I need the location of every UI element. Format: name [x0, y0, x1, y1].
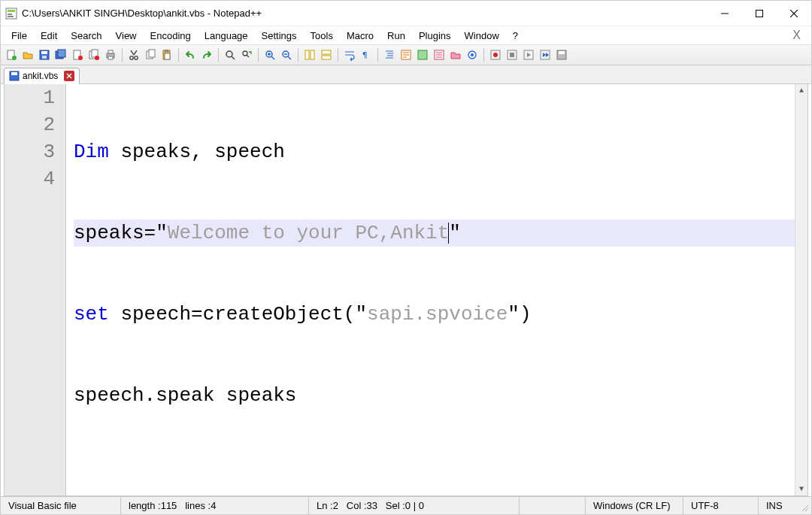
- toolbar-separator: [483, 48, 484, 62]
- save-button[interactable]: [37, 47, 52, 62]
- record-macro-button[interactable]: [488, 47, 503, 62]
- status-bar: Visual Basic file length : 115 lines : 4…: [1, 496, 811, 514]
- svg-rect-50: [11, 72, 17, 75]
- svg-rect-23: [149, 50, 155, 57]
- line-number: 1: [5, 84, 55, 111]
- editor-area: 1 2 3 4 Dim speaks, speech speaks="Welco…: [1, 84, 811, 496]
- status-cursor: Ln : 2 Col : 33 Sel : 0 | 0: [309, 497, 520, 514]
- line-number: 4: [5, 165, 55, 192]
- svg-rect-34: [322, 56, 331, 59]
- udl-button[interactable]: [398, 47, 414, 62]
- save-all-button[interactable]: [53, 47, 68, 62]
- status-language: Visual Basic file: [1, 497, 121, 514]
- menu-language[interactable]: Language: [198, 29, 254, 43]
- status-ins[interactable]: INS: [759, 497, 796, 514]
- menu-edit[interactable]: Edit: [35, 29, 63, 43]
- menu-settings[interactable]: Settings: [256, 29, 303, 43]
- cut-button[interactable]: [126, 47, 141, 62]
- stop-macro-button[interactable]: [504, 47, 520, 62]
- replace-button[interactable]: [239, 47, 254, 62]
- word-wrap-button[interactable]: [342, 47, 357, 62]
- close-file-button[interactable]: [70, 47, 85, 62]
- line-number: 3: [5, 138, 55, 165]
- sync-hscroll-button[interactable]: [319, 47, 334, 62]
- svg-rect-18: [108, 50, 113, 53]
- menu-run[interactable]: Run: [381, 29, 411, 43]
- code-line: set speech=createObject("sapi.spvoice"): [74, 301, 807, 328]
- svg-text:¶: ¶: [362, 50, 368, 60]
- menu-file[interactable]: File: [5, 29, 33, 43]
- close-all-button[interactable]: [86, 47, 102, 62]
- toolbar-separator: [218, 48, 219, 62]
- menu-encoding[interactable]: Encoding: [144, 29, 197, 43]
- status-encoding[interactable]: UTF-8: [683, 497, 759, 514]
- line-number-gutter: 1 2 3 4: [5, 84, 66, 495]
- title-bar: C:\Users\ANKIT SINGH\Desktop\ankit.vbs -…: [1, 1, 811, 26]
- tab-close-button[interactable]: [64, 71, 74, 81]
- play-multi-button[interactable]: [538, 47, 553, 62]
- find-button[interactable]: [223, 47, 238, 62]
- code-line-current: speaks="Welcome to your PC,Ankit": [74, 220, 807, 247]
- svg-point-6: [12, 56, 17, 60]
- toolbar-separator: [258, 48, 259, 62]
- svg-point-16: [95, 56, 99, 60]
- tab-strip: ankit.vbs: [1, 65, 811, 84]
- menu-macro[interactable]: Macro: [341, 29, 380, 43]
- scroll-track[interactable]: [795, 97, 807, 483]
- save-macro-button[interactable]: [554, 47, 569, 62]
- code-content[interactable]: Dim speaks, speech speaks="Welcome to yo…: [66, 84, 807, 495]
- undo-button[interactable]: [183, 47, 198, 62]
- zoom-out-button[interactable]: [279, 47, 294, 62]
- scroll-up-button[interactable]: ▲: [795, 84, 807, 97]
- svg-rect-3: [8, 16, 14, 17]
- menu-view[interactable]: View: [110, 29, 143, 43]
- code-line: speech.speak speaks: [74, 382, 807, 409]
- svg-point-42: [493, 53, 498, 57]
- menu-search[interactable]: Search: [65, 29, 108, 43]
- svg-rect-8: [41, 51, 47, 54]
- toolbar-separator: [122, 48, 123, 62]
- svg-point-40: [471, 53, 474, 56]
- toolbar-separator: [298, 48, 298, 62]
- vertical-scrollbar[interactable]: ▲ ▼: [795, 84, 807, 495]
- svg-point-13: [78, 56, 83, 60]
- menu-window[interactable]: Window: [459, 29, 505, 43]
- open-file-button[interactable]: [20, 47, 35, 62]
- code-editor[interactable]: 1 2 3 4 Dim speaks, speech speaks="Welco…: [4, 84, 808, 496]
- status-eol[interactable]: Windows (CR LF): [586, 497, 683, 514]
- redo-button[interactable]: [199, 47, 214, 62]
- new-file-button[interactable]: [4, 47, 19, 62]
- toolbar-separator: [178, 48, 179, 62]
- folder-workspace-button[interactable]: [465, 47, 480, 62]
- doc-list-button[interactable]: [432, 47, 447, 62]
- zoom-in-button[interactable]: [262, 47, 277, 62]
- print-button[interactable]: [103, 47, 118, 62]
- menu-tools[interactable]: Tools: [304, 29, 339, 43]
- menu-bar: File Edit Search View Encoding Language …: [1, 26, 811, 44]
- paste-button[interactable]: [159, 47, 174, 62]
- function-list-button[interactable]: [448, 47, 463, 62]
- indent-guide-button[interactable]: [382, 47, 397, 62]
- toolbar: ¶: [1, 44, 811, 65]
- close-button[interactable]: [777, 2, 811, 25]
- copy-button[interactable]: [143, 47, 158, 62]
- svg-rect-1: [8, 10, 15, 12]
- svg-rect-31: [305, 50, 309, 59]
- scroll-down-button[interactable]: ▼: [795, 483, 807, 495]
- menu-plugins[interactable]: Plugins: [413, 29, 457, 43]
- menu-help[interactable]: ?: [507, 29, 524, 43]
- svg-rect-19: [108, 56, 113, 59]
- line-number: 2: [5, 111, 55, 138]
- sync-vscroll-button[interactable]: [302, 47, 317, 62]
- show-all-chars-button[interactable]: ¶: [359, 47, 374, 62]
- menubar-close-icon[interactable]: X: [782, 29, 811, 42]
- play-macro-button[interactable]: [521, 47, 536, 62]
- status-length-lines: length : 115 lines : 4: [121, 497, 309, 514]
- svg-rect-32: [311, 50, 314, 59]
- svg-rect-48: [559, 51, 565, 54]
- minimize-button[interactable]: [707, 2, 742, 25]
- svg-point-20: [130, 56, 133, 59]
- tab-file[interactable]: ankit.vbs: [4, 68, 80, 84]
- maximize-button[interactable]: [742, 2, 777, 25]
- doc-map-button[interactable]: [415, 47, 430, 62]
